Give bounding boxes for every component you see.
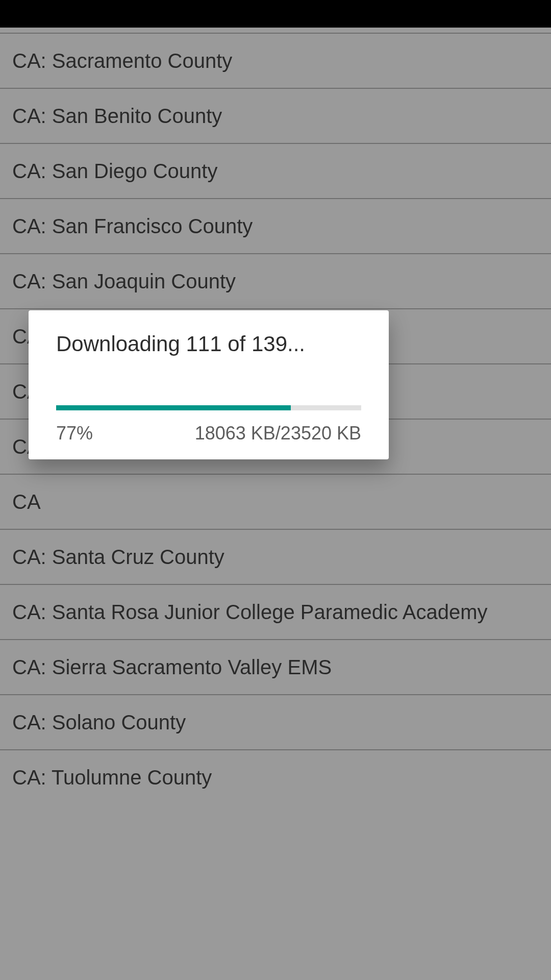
progress-size-label: 18063 KB/23520 KB	[195, 423, 361, 444]
progress-section: 77% 18063 KB/23520 KB	[56, 405, 361, 444]
progress-percent-label: 77%	[56, 423, 93, 444]
progress-bar-fill	[56, 405, 291, 410]
download-dialog: Downloading 111 of 139... 77% 18063 KB/2…	[29, 310, 389, 459]
dialog-title: Downloading 111 of 139...	[56, 332, 361, 356]
progress-info: 77% 18063 KB/23520 KB	[56, 423, 361, 444]
progress-bar	[56, 405, 361, 410]
modal-overlay: Downloading 111 of 139... 77% 18063 KB/2…	[0, 0, 551, 980]
